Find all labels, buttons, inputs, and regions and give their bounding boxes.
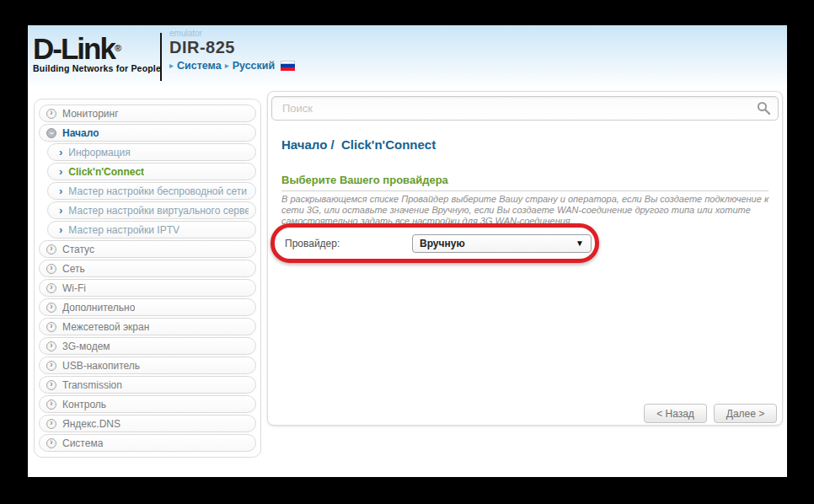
sidebar-item-label: Мониторинг (62, 108, 119, 120)
arrow-right-icon (225, 62, 229, 70)
page-breadcrumb: Начало / Click'n'Connect (281, 137, 436, 152)
sidebar-item-information[interactable]: ›Информация (47, 143, 256, 161)
chevron-right-circle-icon: › (46, 303, 56, 313)
main-panel: Начало / Click'n'Connect Выберите Вашего… (267, 91, 783, 426)
sidebar-item-yandex-dns[interactable]: ›Яндекс.DNS (39, 415, 256, 432)
sidebar-item-label: Яндекс.DNS (62, 418, 120, 430)
logo-title: D-Link® (33, 35, 161, 62)
sidebar-item-network[interactable]: ›Сеть (39, 260, 256, 277)
sidebar-item-monitoring[interactable]: ›Мониторинг (39, 105, 256, 122)
sidebar-item-label: Мастер настройки IPTV (68, 224, 179, 236)
chevron-right-circle-icon: › (46, 264, 56, 274)
sidebar-item-label: Сеть (62, 263, 85, 275)
section-heading: Выберите Вашего провайдера (281, 174, 768, 191)
search-icon (757, 101, 771, 115)
dropdown-arrow-icon (576, 239, 584, 248)
sidebar-item-label: Transmission (62, 379, 122, 391)
sidebar-item-wifi[interactable]: ›Wi-Fi (39, 279, 256, 297)
chevron-right-icon: › (59, 185, 62, 196)
sidebar-item-virtual-server-wizard[interactable]: ›Мастер настройки виртуального сервера (47, 201, 256, 219)
sidebar-item-transmission[interactable]: ›Transmission (39, 376, 256, 394)
sidebar-item-label: Контроль (62, 399, 106, 410)
sidebar-item-status[interactable]: ›Статус (39, 240, 256, 258)
chevron-right-circle-icon: › (46, 380, 56, 390)
model-block: emulator DIR-825 Система Русский (169, 29, 295, 72)
screen-frame: D-Link® Building Networks for People emu… (0, 0, 814, 504)
header: D-Link® Building Networks for People emu… (28, 25, 787, 86)
logo-tagline: Building Networks for People (33, 63, 161, 73)
system-link[interactable]: Система (177, 60, 222, 72)
sidebar-menu: ›Мониторинг›Начало›Информация›Click'n'Co… (34, 99, 261, 458)
sidebar-item-system[interactable]: ›Система (39, 434, 256, 452)
sidebar-item-label: Дополнительно (62, 302, 135, 314)
sidebar-item-advanced[interactable]: ›Дополнительно (39, 298, 256, 316)
sidebar-item-wireless-wizard[interactable]: ›Мастер настройки беспроводной сети (47, 182, 256, 200)
sidebar-item-label: Wi-Fi (62, 282, 86, 294)
section-description: В раскрывающемся списке Провайдер выбери… (281, 194, 770, 227)
sidebar-item-label: Click'n'Connect (68, 166, 144, 178)
provider-select-value: Вручную (420, 238, 576, 249)
registered-trademark: ® (115, 43, 121, 53)
sidebar-item-iptv-wizard[interactable]: ›Мастер настройки IPTV (47, 221, 256, 239)
provider-select[interactable]: Вручную (412, 234, 592, 253)
provider-label: Провайдер: (285, 238, 340, 249)
dlink-logo: D-Link® Building Networks for People (33, 35, 161, 73)
chevron-right-circle-icon: › (46, 322, 56, 332)
language-link[interactable]: Русский (233, 60, 276, 72)
chevron-right-circle-icon: › (46, 399, 56, 410)
chevron-right-circle-icon: › (46, 244, 56, 255)
sidebar-item-usb-storage[interactable]: ›USB-накопитель (39, 357, 256, 374)
header-divider (160, 33, 162, 81)
sidebar-item-click-n-connect[interactable]: ›Click'n'Connect (47, 163, 256, 180)
chevron-down-circle-icon: › (46, 128, 56, 138)
model-name: DIR-825 (169, 38, 295, 57)
sidebar-item-firewall[interactable]: ›Межсетевой экран (39, 318, 256, 335)
sidebar-item-label: Межсетевой экран (62, 321, 149, 333)
chevron-right-circle-icon: › (46, 109, 56, 119)
sidebar-item-label: USB-накопитель (62, 360, 140, 372)
chevron-right-icon: › (59, 166, 62, 177)
chevron-right-icon: › (59, 147, 62, 158)
chevron-right-circle-icon: › (46, 419, 56, 429)
sidebar-item-label: Система (62, 437, 103, 449)
sidebar-item-label: Начало (62, 127, 99, 139)
highlight-annotation: Провайдер: Вручную (270, 223, 599, 263)
header-links: Система Русский (169, 60, 295, 72)
chevron-right-circle-icon: › (46, 283, 56, 293)
next-button[interactable]: Далее > (714, 404, 777, 423)
logo-wordmark: D-Link (33, 32, 115, 65)
sidebar-item-label: 3G-модем (62, 340, 110, 352)
chevron-right-icon: › (59, 224, 62, 235)
search-box (271, 96, 779, 121)
arrow-right-icon (169, 62, 174, 70)
page: D-Link® Building Networks for People emu… (28, 25, 787, 477)
sidebar-item-3g-modem[interactable]: ›3G-модем (39, 337, 256, 355)
emulator-label: emulator (169, 29, 295, 38)
chevron-right-circle-icon: › (46, 361, 56, 371)
sidebar-item-label: Мастер настройки беспроводной сети (68, 185, 247, 197)
search-input[interactable] (271, 96, 779, 121)
chevron-right-circle-icon: › (46, 438, 56, 448)
sidebar-item-control[interactable]: ›Контроль (39, 395, 256, 413)
chevron-right-icon: › (59, 205, 62, 216)
russian-flag-icon[interactable] (281, 61, 295, 71)
sidebar-item-label: Информация (68, 147, 130, 158)
back-button[interactable]: < Назад (644, 404, 707, 423)
sidebar-item-label: Статус (62, 244, 94, 255)
sidebar-item-label: Мастер настройки виртуального сервера (68, 205, 249, 217)
chevron-right-circle-icon: › (46, 341, 56, 351)
sidebar-item-start[interactable]: ›Начало (39, 124, 256, 142)
